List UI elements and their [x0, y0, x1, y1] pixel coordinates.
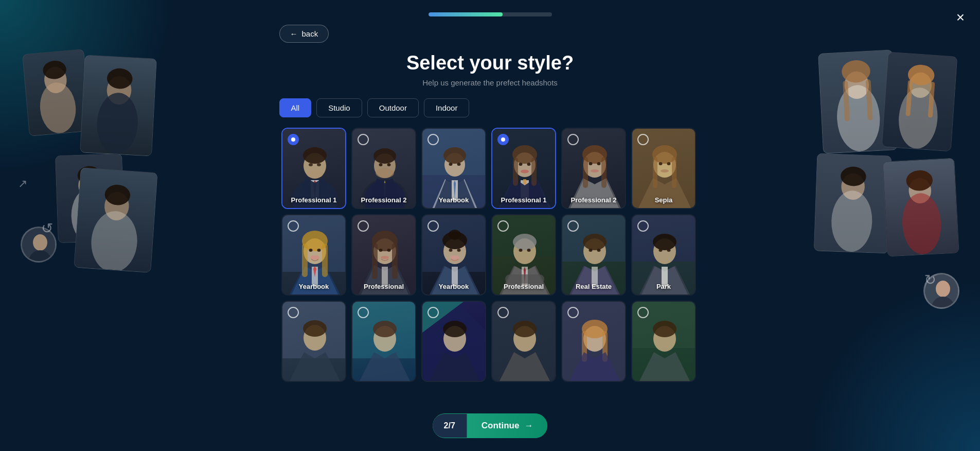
svg-rect-89	[601, 157, 607, 188]
svg-rect-79	[513, 158, 518, 186]
svg-point-162	[667, 249, 671, 252]
back-label: back	[302, 29, 318, 38]
svg-point-143	[527, 249, 531, 252]
radio-pro3	[358, 220, 369, 232]
svg-point-141	[513, 234, 537, 250]
svg-point-131	[449, 249, 453, 252]
svg-point-153	[597, 249, 601, 252]
radio-b1	[288, 307, 299, 318]
filter-tab-all[interactable]: All	[279, 98, 312, 117]
style-card-park[interactable]: Park	[631, 214, 696, 296]
card-label-realestate: Real Estate	[562, 283, 625, 290]
svg-point-82	[527, 163, 531, 166]
continue-label: Continue	[482, 421, 520, 431]
svg-point-49	[309, 163, 313, 166]
style-card-b3[interactable]	[421, 301, 486, 382]
style-card-yb1[interactable]: Yearbook	[421, 128, 486, 209]
svg-rect-97	[653, 157, 657, 188]
card-label-pro1f: Professional 1	[492, 196, 555, 204]
card-label-pro2f: Professional 2	[562, 196, 625, 204]
right-arrow: ↺	[924, 271, 936, 288]
svg-point-59	[379, 163, 383, 166]
style-card-pro1f[interactable]: Professional 1	[491, 128, 556, 209]
continue-wrapper: 2/7 Continue →	[433, 413, 548, 438]
svg-point-111	[309, 249, 313, 252]
radio-pro2	[358, 134, 369, 145]
svg-rect-110	[322, 244, 328, 277]
left-photo-1	[22, 49, 91, 136]
svg-point-51	[307, 170, 323, 178]
right-photo-3	[814, 153, 892, 254]
style-card-b2[interactable]	[351, 301, 416, 382]
style-grid: Professional 1	[281, 128, 699, 382]
continue-arrow-icon: →	[524, 421, 533, 431]
svg-point-130	[449, 230, 461, 240]
card-label-sepia: Sepia	[632, 196, 695, 204]
filter-tabs: All Studio Outdoor Indoor	[279, 98, 470, 117]
radio-sepia	[637, 134, 649, 145]
svg-rect-98	[672, 157, 676, 188]
close-button[interactable]: ×	[956, 10, 965, 25]
style-card-pro3[interactable]: Professional	[351, 214, 416, 296]
continue-button[interactable]: Continue →	[467, 413, 548, 438]
style-card-b5[interactable]	[561, 301, 626, 382]
right-decorative-photos: ↺	[805, 51, 965, 350]
svg-point-56	[376, 168, 394, 178]
style-card-pro2f[interactable]: Professional 2	[561, 128, 626, 209]
svg-rect-80	[531, 158, 537, 186]
style-card-pro2[interactable]: Professional 2	[351, 128, 416, 209]
card-label-park: Park	[632, 283, 695, 290]
right-photo-4	[882, 158, 959, 256]
filter-tab-studio[interactable]: Studio	[316, 98, 362, 117]
right-photo-2	[882, 52, 958, 152]
filter-tab-indoor[interactable]: Indoor	[424, 98, 470, 117]
left-photo-2	[80, 55, 157, 156]
left-arrow-1: ↺	[41, 220, 53, 237]
page-subtitle: Help us generate the prefect headshots	[422, 78, 558, 87]
svg-point-101	[661, 169, 669, 172]
svg-point-169	[373, 321, 397, 337]
svg-point-50	[317, 163, 321, 166]
svg-point-112	[317, 249, 321, 252]
svg-point-69	[443, 147, 466, 164]
style-card-pro1[interactable]: Professional 1	[281, 128, 346, 209]
main-container: ×	[0, 0, 980, 451]
svg-rect-109	[302, 244, 308, 277]
radio-b2	[358, 307, 369, 318]
svg-point-100	[667, 162, 671, 165]
filter-tab-outdoor[interactable]: Outdoor	[367, 98, 419, 117]
card-label-yb2: Yearbook	[282, 283, 345, 290]
center-content: ← back Select your style? Help us genera…	[279, 0, 701, 382]
style-card-b6[interactable]	[631, 301, 696, 382]
svg-point-161	[659, 249, 663, 252]
svg-point-122	[387, 249, 391, 252]
svg-point-121	[379, 249, 383, 252]
svg-point-91	[597, 162, 601, 165]
radio-pro1	[288, 134, 299, 145]
style-card-b1[interactable]	[281, 301, 346, 382]
progress-bar-fill	[429, 12, 503, 16]
style-card-pro4[interactable]: Professional	[491, 214, 556, 296]
svg-point-60	[387, 163, 391, 166]
style-card-yb3[interactable]: Yearbook	[421, 214, 486, 296]
svg-point-189	[653, 321, 676, 337]
svg-point-90	[589, 162, 593, 165]
svg-point-152	[589, 249, 593, 252]
svg-point-48	[303, 147, 327, 164]
back-button[interactable]: ← back	[279, 25, 329, 43]
svg-point-99	[659, 162, 663, 165]
style-card-b4[interactable]	[491, 301, 556, 382]
continue-bar: 2/7 Continue →	[433, 413, 548, 438]
style-card-realestate[interactable]: Real Estate	[561, 214, 626, 296]
left-arrow-2: ↗	[18, 177, 27, 190]
svg-point-132	[457, 249, 461, 252]
radio-b3	[427, 307, 439, 318]
radio-yb3	[427, 220, 439, 232]
svg-point-151	[583, 234, 607, 250]
svg-rect-120	[392, 243, 398, 279]
radio-yb2	[288, 220, 299, 232]
style-card-yb2[interactable]: Yearbook	[281, 214, 346, 296]
svg-point-92	[591, 169, 599, 172]
radio-park	[637, 220, 649, 232]
style-card-sepia[interactable]: Sepia	[631, 128, 696, 209]
